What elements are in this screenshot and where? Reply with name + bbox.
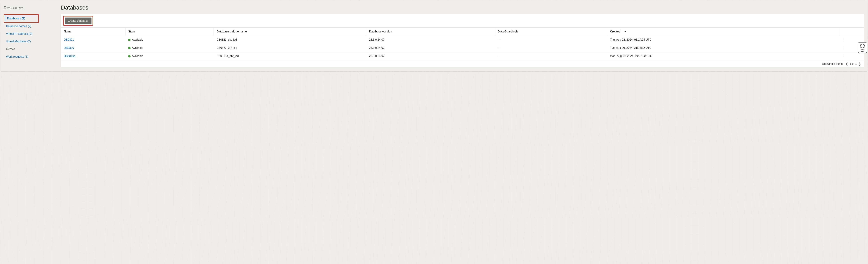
lifering-icon [860, 43, 865, 48]
cell-version: 23.5.0.24.07 [366, 44, 495, 52]
table-header-row: Name State Database unique name Database… [61, 28, 864, 36]
state-text: Available [132, 55, 143, 58]
table-footer: Showing 3 items ❮ 1 of 1 ❯ [61, 60, 864, 68]
table-row: DB0820 Available DB0820_2f7_iad 23.5.0.2… [61, 44, 864, 52]
database-link[interactable]: DB0821 [64, 38, 74, 41]
cell-version: 23.5.0.24.07 [366, 36, 495, 44]
footer-summary: Showing 3 items [823, 62, 843, 65]
col-header-created-label: Created [610, 30, 620, 33]
col-header-version[interactable]: Database version [366, 28, 495, 36]
sidebar-item-work-requests[interactable]: Work requests (5) [4, 54, 56, 60]
col-header-state[interactable]: State [125, 28, 214, 36]
sidebar-item-databases[interactable]: Databases (3) [5, 15, 38, 22]
sidebar-item-virtual-machines[interactable]: Virtual Machines (2) [4, 38, 56, 45]
main-content: Databases Create database Name [61, 4, 864, 68]
page-indicator: 1 of 1 [850, 62, 857, 65]
cell-state: Available [125, 36, 214, 44]
database-link[interactable]: DB0819a [64, 55, 75, 58]
cell-created: Tue, Aug 20, 2024, 21:18:52 UTC [607, 44, 840, 52]
sidebar-item-label: Database homes (2) [6, 25, 31, 28]
cell-created: Thu, Aug 22, 2024, 01:14:25 UTC [607, 36, 840, 44]
status-dot-icon [128, 47, 130, 49]
cell-role: — [495, 36, 607, 44]
row-actions-button[interactable]: ⋮ [840, 52, 864, 60]
cell-role: — [495, 44, 607, 52]
help-widget[interactable] [858, 42, 867, 53]
resources-sidebar: Resources Databases (3) Database homes (… [4, 4, 56, 61]
highlight-annotation: Databases (3) [4, 14, 39, 23]
app-grid-icon [861, 50, 864, 52]
page-prev-button[interactable]: ❮ [845, 62, 848, 66]
cell-created: Mon, Aug 19, 2024, 19:57:50 UTC [607, 52, 840, 60]
state-text: Available [132, 46, 143, 49]
sidebar-title: Resources [4, 5, 56, 10]
cell-name: DB0821 [61, 36, 125, 44]
create-database-button[interactable]: Create database [65, 18, 92, 24]
highlight-annotation: Create database [63, 16, 93, 26]
table-row: DB0821 Available DB0821_ckt_iad 23.5.0.2… [61, 36, 864, 44]
sidebar-item-database-homes[interactable]: Database homes (2) [4, 23, 56, 30]
sidebar-item-virtual-ip[interactable]: Virtual IP address (0) [4, 31, 56, 37]
col-header-created[interactable]: Created [607, 28, 840, 36]
sort-desc-icon [624, 31, 626, 32]
databases-table: Name State Database unique name Database… [61, 27, 864, 60]
sidebar-item-label: Virtual Machines (2) [6, 40, 31, 43]
panel-toolbar: Create database [61, 14, 864, 27]
pager: ❮ 1 of 1 ❯ [845, 62, 861, 66]
cell-unique: DB0820_2f7_iad [214, 44, 366, 52]
sidebar-item-label: Virtual IP address (0) [6, 32, 32, 35]
col-header-unique[interactable]: Database unique name [214, 28, 366, 36]
kebab-icon: ⋮ [843, 56, 861, 57]
page-title: Databases [61, 4, 864, 11]
table-row: DB0819a Available DB0819a_qhf_iad 23.5.0… [61, 52, 864, 60]
kebab-icon: ⋮ [843, 39, 861, 40]
cell-unique: DB0819a_qhf_iad [214, 52, 366, 60]
col-header-name[interactable]: Name [61, 28, 125, 36]
col-header-actions [840, 28, 864, 36]
cell-name: DB0819a [61, 52, 125, 60]
sidebar-item-label: Metrics [6, 47, 15, 51]
page-next-button[interactable]: ❯ [859, 62, 861, 66]
cell-unique: DB0821_ckt_iad [214, 36, 366, 44]
state-text: Available [132, 38, 143, 41]
cell-version: 23.5.0.24.07 [366, 52, 495, 60]
col-header-role[interactable]: Data Guard role [495, 28, 607, 36]
status-dot-icon [128, 39, 130, 41]
databases-panel: Create database Name State Database uniq… [61, 14, 864, 68]
cell-state: Available [125, 44, 214, 52]
sidebar-item-label: Work requests (5) [6, 55, 28, 58]
status-dot-icon [128, 55, 130, 58]
sidebar-item-label: Databases (3) [7, 17, 25, 20]
database-link[interactable]: DB0820 [64, 46, 74, 49]
cell-state: Available [125, 52, 214, 60]
cell-name: DB0820 [61, 44, 125, 52]
cell-role: — [495, 52, 607, 60]
sidebar-item-metrics[interactable]: Metrics [4, 46, 56, 53]
